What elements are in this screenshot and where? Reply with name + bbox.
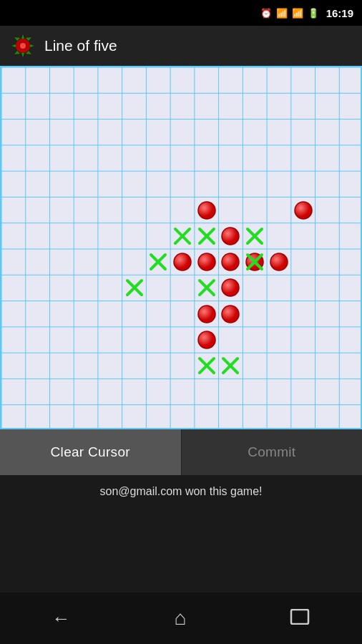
svg-point-67 — [198, 331, 215, 348]
svg-marker-2 — [21, 34, 24, 39]
x-piece — [244, 251, 265, 273]
x-piece — [244, 225, 265, 247]
o-piece — [220, 251, 241, 273]
home-button[interactable]: ⌂ — [175, 607, 187, 630]
x-piece — [196, 355, 217, 376]
svg-point-55 — [198, 253, 215, 270]
x-piece — [196, 277, 217, 298]
o-piece — [196, 200, 217, 221]
recents-button[interactable] — [290, 608, 310, 630]
x-piece — [124, 277, 145, 298]
status-message: son@gmail.com won this game! — [100, 485, 263, 497]
battery-icon: 🔋 — [308, 8, 319, 19]
back-button[interactable]: ← — [52, 608, 71, 630]
signal-icon: 📶 — [292, 8, 303, 19]
o-piece — [220, 303, 241, 325]
game-board[interactable] — [0, 66, 362, 429]
svg-marker-5 — [11, 44, 16, 47]
svg-point-43 — [295, 202, 312, 219]
svg-point-48 — [222, 228, 239, 245]
svg-marker-3 — [30, 44, 34, 47]
x-piece — [220, 355, 241, 376]
x-piece — [172, 225, 193, 247]
nav-bar: ← ⌂ — [0, 592, 362, 644]
clear-cursor-button[interactable]: Clear Cursor — [0, 429, 182, 475]
app-icon — [10, 33, 36, 59]
svg-point-54 — [174, 253, 191, 270]
svg-point-56 — [222, 253, 239, 270]
wifi-icon: 📶 — [276, 8, 288, 19]
status-time: 16:19 — [326, 7, 353, 19]
svg-point-64 — [222, 279, 239, 296]
o-piece — [196, 329, 217, 351]
app-title: Line of five — [44, 37, 117, 54]
o-piece — [196, 303, 217, 325]
status-message-area: son@gmail.com won this game! — [0, 475, 362, 508]
svg-point-10 — [20, 43, 26, 49]
o-piece — [293, 200, 314, 221]
alarm-icon: ⏰ — [260, 8, 272, 19]
svg-point-66 — [198, 306, 215, 323]
svg-point-65 — [222, 306, 239, 323]
title-bar: Line of five — [0, 26, 362, 66]
o-piece — [196, 251, 217, 273]
svg-point-59 — [270, 253, 288, 270]
svg-rect-72 — [291, 610, 308, 624]
o-piece — [172, 251, 193, 273]
svg-marker-4 — [21, 53, 24, 57]
status-bar: ⏰ 📶 📶 🔋 16:19 — [0, 0, 362, 26]
x-piece — [147, 251, 169, 273]
svg-point-42 — [198, 202, 215, 219]
commit-button: Commit — [182, 429, 363, 475]
buttons-area: Clear Cursor Commit — [0, 429, 362, 475]
o-piece — [220, 225, 241, 247]
o-piece — [220, 277, 241, 298]
o-piece — [268, 251, 290, 273]
x-piece — [196, 225, 217, 247]
pieces-layer — [1, 67, 361, 428]
